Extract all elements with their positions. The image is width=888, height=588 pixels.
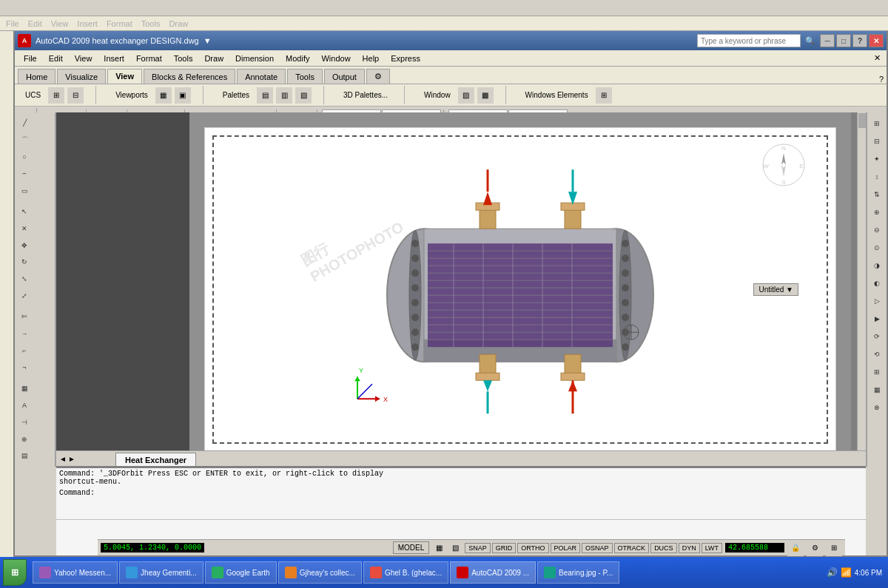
tab-next-arrow[interactable]: ► [68,455,75,463]
window-btn1[interactable]: ▨ [458,87,474,104]
menu-tools[interactable]: Tools [168,50,199,66]
ucs-world-button[interactable]: ⊟ [67,87,84,104]
model-icon2[interactable]: ▧ [448,541,462,555]
taskbar-google-earth[interactable]: Google Earth [205,561,277,584]
menu-draw[interactable]: Draw [198,50,229,66]
ucs-button[interactable]: ⊞ [48,87,64,104]
dim-tool[interactable]: ⊣ [16,415,33,430]
menu-help[interactable]: Help [357,50,386,66]
start-button[interactable]: ⊞ [3,559,27,586]
tab-view[interactable]: View [107,69,142,84]
dyn-btn[interactable]: DYN [679,543,700,553]
fillet-tool[interactable]: ⌐ [16,343,33,359]
osnap-btn[interactable]: OSNAP [582,543,613,553]
vertical-scrollbar[interactable] [857,112,866,458]
rs-btn9[interactable]: ◑ [869,257,885,274]
stretch-tool[interactable]: ⤢ [16,288,33,304]
rs-btn11[interactable]: ▷ [869,293,885,309]
palette-btn1[interactable]: ▤ [257,87,273,104]
coordinate-display[interactable]: 5.0045, 1.2340, 0.0000 [101,543,204,552]
circle-tool[interactable]: ○ [16,149,33,165]
minimize-button[interactable]: ─ [820,34,835,47]
taskbar-ghel[interactable]: Ghel B. (ghelac... [363,561,448,584]
help-button[interactable]: ? [852,34,867,47]
tab-visualize[interactable]: Visualize [57,69,106,84]
scale-tool[interactable]: ⤡ [16,271,33,287]
menu-window[interactable]: Window [315,50,356,66]
rs-btn7[interactable]: ⊖ [869,222,885,238]
rs-btn3[interactable]: ✦ [869,151,885,167]
display-btn[interactable]: ⊞ [826,540,842,556]
text-tool[interactable]: A [16,398,33,413]
rs-btn2[interactable]: ⊟ [869,133,885,149]
taskbar-bearing[interactable]: Bearing.jpg - P... [537,561,619,584]
arc-tool[interactable]: ⌢ [16,166,33,181]
palette-btn3[interactable]: ▧ [295,87,312,104]
tab-output[interactable]: Output [324,69,365,84]
rs-btn4[interactable]: ↕ [869,169,885,185]
close-doc-button[interactable]: ✕ [874,53,881,63]
search-icon[interactable]: 🔍 [805,36,815,46]
chamfer-tool[interactable]: ¬ [16,359,33,375]
tab-blocks-references[interactable]: Blocks & References [144,69,235,84]
polyline-tool[interactable]: ⌒ [16,132,33,148]
rectangle-tool[interactable]: ▭ [16,183,33,198]
viewport-btn1[interactable]: ▦ [155,87,172,104]
system-tray-icons[interactable]: 🔊 📶 [827,567,851,578]
select-tool[interactable]: ↖ [16,204,33,220]
ortho-btn[interactable]: ORTHO [517,543,548,553]
rs-btn5[interactable]: ⇅ [869,186,885,203]
taskbar-yahoo[interactable]: Yahoo! Messen... [33,561,118,584]
ribbon-collapse-button[interactable]: ? [879,75,887,84]
zoom-lock-btn[interactable]: 🔒 [787,540,804,556]
grid-btn[interactable]: GRID [492,543,517,553]
rs-btn13[interactable]: ⟳ [869,328,885,345]
tab-settings[interactable]: ⚙ [366,69,390,84]
extend-tool[interactable]: → [16,326,33,342]
model-button[interactable]: MODEL [393,541,430,554]
layer-control[interactable]: ▤ [16,448,33,464]
rs-btn17[interactable]: ⊗ [869,399,885,416]
settings-btn[interactable]: ⚙ [807,540,823,556]
model-icon1[interactable]: ▦ [432,541,445,555]
ducs-btn[interactable]: DUCS [650,543,677,553]
rs-btn8[interactable]: ⊙ [869,240,885,256]
palette-btn2[interactable]: ▥ [276,87,292,104]
trim-tool[interactable]: ✄ [16,309,33,325]
rs-btn16[interactable]: ▦ [869,382,885,398]
win-elem-btn1[interactable]: ⊞ [596,87,612,104]
command-input[interactable] [59,525,863,533]
tab-home[interactable]: Home [18,69,56,84]
menu-express[interactable]: Express [385,50,426,66]
erase-tool[interactable]: ✕ [16,220,33,236]
title-search-input[interactable] [697,34,801,47]
polar-btn[interactable]: POLAR [551,543,581,553]
rs-btn14[interactable]: ⟲ [869,346,885,362]
menu-view[interactable]: View [69,50,98,66]
snap-tool[interactable]: ⊕ [16,431,33,447]
taskbar-autocad[interactable]: AutoCAD 2009 ... [450,561,536,584]
menu-insert[interactable]: Insert [98,50,130,66]
hatch-tool[interactable]: ▦ [16,381,33,396]
vscroll-thumb[interactable] [858,113,866,128]
rs-btn15[interactable]: ⊞ [869,364,885,380]
lwt-btn[interactable]: LWT [702,543,722,553]
drawing-canvas[interactable]: 图行PHOTOPHOTO 图行PHOTOPHOTO N S W E Untitl… [189,112,851,467]
window-btn2[interactable]: ▩ [477,87,494,104]
rs-btn12[interactable]: ▶ [869,311,885,327]
rotate-tool[interactable]: ↻ [16,254,33,270]
taskbar-gjheay[interactable]: Gjheay's collec... [278,561,362,584]
taskbar-jheay[interactable]: Jheay Gementi... [119,561,204,584]
close-button[interactable]: ✕ [869,34,884,47]
rs-btn6[interactable]: ⊕ [869,204,885,220]
snap-btn[interactable]: SNAP [465,543,491,553]
menu-modify[interactable]: Modify [280,50,315,66]
menu-dimension[interactable]: Dimension [229,50,280,66]
viewport-btn2[interactable]: ▣ [175,87,191,104]
move-tool[interactable]: ✥ [16,237,33,253]
menu-format[interactable]: Format [130,50,168,66]
menu-edit[interactable]: Edit [43,50,69,66]
tab-tools[interactable]: Tools [287,69,323,84]
tab-heat-exchanger[interactable]: Heat Exchanger [115,453,196,466]
tab-annotate[interactable]: Annotate [237,69,286,84]
